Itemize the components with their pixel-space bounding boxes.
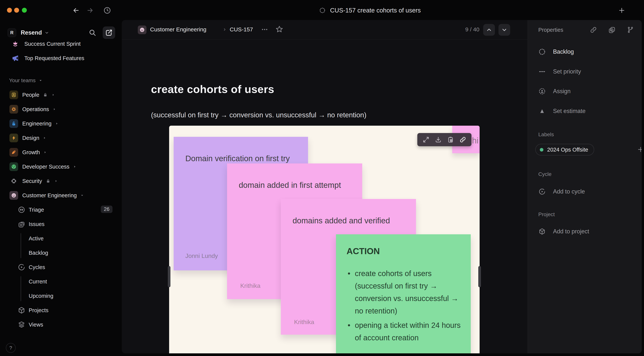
sidebar-item-cycles[interactable]: Cycles [0, 260, 121, 274]
team-label: Security [22, 178, 42, 184]
back-button[interactable] [72, 6, 80, 15]
download-icon[interactable] [435, 136, 442, 143]
window-title-text: CUS-157 create cohorts of users [330, 7, 421, 14]
breadcrumb-issue-id[interactable]: CUS-157 [230, 26, 253, 33]
close-window-button[interactable] [7, 8, 12, 13]
lock-icon [43, 92, 48, 97]
sticky-note-author: Krithika [294, 319, 314, 325]
action-bullet: create cohorts of users (successful on f… [346, 267, 461, 317]
properties-panel: Properties Backlog [528, 20, 642, 353]
team-smiley-icon [138, 26, 146, 34]
cube-icon [18, 306, 26, 314]
caret-right-icon [73, 165, 77, 168]
add-label-plus-icon[interactable] [637, 146, 642, 153]
new-tab-plus-button[interactable] [617, 6, 627, 15]
properties-header: Properties [538, 27, 563, 33]
forward-button[interactable] [86, 6, 94, 15]
caret-down-icon [39, 79, 42, 82]
sidebar-item-backlog[interactable]: Backlog [0, 246, 121, 260]
sidebar-item-active[interactable]: Active [0, 231, 121, 246]
priority-value: Set priority [553, 68, 581, 75]
people-badge-icon [10, 91, 18, 99]
workspace-logo: R [8, 28, 16, 37]
sidebar-item-top-requested-features[interactable]: Top Requested Features [0, 51, 121, 65]
status-row[interactable]: Backlog [538, 47, 574, 56]
sidebar-item-success-current-sprint[interactable]: Success Current Sprint [0, 37, 121, 51]
triage-icon [18, 206, 26, 214]
sidebar-team-people[interactable]: People [0, 88, 121, 102]
whiteboard-image[interactable]: Domain verification on first try Jonni L… [169, 126, 480, 353]
sidebar-item-triage[interactable]: Triage 26 [0, 203, 121, 217]
issue-position-counter: 9 / 40 [460, 26, 480, 33]
team-label: People [22, 92, 39, 98]
sticky-note-text: domain added in first attempt [227, 163, 362, 192]
sidebar-item-issues[interactable]: Issues [0, 217, 121, 231]
issue-subtitle[interactable]: (successful on first try → conversion vs… [151, 111, 366, 119]
assign-person-icon [538, 87, 546, 95]
help-button[interactable]: ? [6, 343, 16, 353]
sidebar-team-design[interactable]: Design [0, 131, 121, 145]
sidebar-team-engineering[interactable]: Engineering [0, 116, 121, 131]
image-toolbar [417, 133, 472, 146]
minimize-window-button[interactable] [14, 8, 19, 13]
cycle-play-icon [538, 188, 546, 195]
caret-right-icon [43, 150, 47, 154]
sticky-note-author: Jonni Lundy [185, 252, 218, 259]
sidebar-team-customer-engineering[interactable]: Customer Engineering [0, 188, 121, 203]
image-resize-handle-left[interactable] [168, 266, 170, 287]
sidebar-item-label: Triage [29, 207, 44, 213]
sidebar-team-developer-success[interactable]: Developer Success [0, 159, 121, 174]
issues-icon [18, 220, 26, 228]
search-button[interactable] [87, 27, 98, 38]
assignee-row[interactable]: Assign [538, 87, 570, 96]
sidebar-item-label: Issues [29, 221, 44, 227]
sidebar-item-projects[interactable]: Projects [0, 303, 121, 317]
next-issue-button[interactable] [498, 24, 510, 36]
sidebar-item-views[interactable]: Views [0, 317, 121, 332]
issue-header: Customer Engineering › CUS-157 9 / 40 [122, 20, 528, 40]
lightning-bolt-icon [10, 134, 18, 142]
add-to-project-label: Add to project [553, 228, 589, 235]
sticky-note-text: Domain verification on first try [174, 137, 308, 165]
sticky-note-author: Krithika [240, 282, 260, 289]
team-label: Developer Success [22, 164, 70, 170]
estimate-row[interactable]: Set estimate [538, 107, 586, 115]
cycle-header: Cycle [538, 171, 552, 177]
issue-title[interactable]: create cohorts of users [151, 83, 274, 95]
sidebar-team-security[interactable]: Security [0, 174, 121, 188]
breadcrumb-separator: › [224, 26, 226, 32]
add-to-project-row[interactable]: Add to project [538, 227, 589, 236]
image-resize-handle-right[interactable] [478, 266, 481, 287]
copy-image-icon[interactable] [447, 136, 454, 143]
team-label: Customer Engineering [22, 192, 77, 199]
priority-row[interactable]: Set priority [538, 67, 581, 76]
sidebar-item-upcoming[interactable]: Upcoming [0, 289, 121, 303]
add-to-cycle-label: Add to cycle [553, 188, 585, 195]
project-header: Project [538, 212, 555, 218]
sidebar-item-current[interactable]: Current [0, 274, 121, 289]
assignee-value: Assign [553, 88, 570, 95]
previous-issue-button[interactable] [483, 24, 495, 36]
search-icon [88, 29, 97, 37]
copy-id-icon[interactable] [608, 26, 616, 34]
breadcrumb-team[interactable]: Customer Engineering [150, 26, 206, 33]
label-pill[interactable]: 2024 Ops Offsite [535, 144, 594, 155]
favorite-star-icon[interactable] [275, 25, 284, 34]
team-label: Growth [22, 149, 40, 155]
your-teams-header[interactable]: Your teams [0, 73, 121, 88]
action-bullet: opening a ticket within 24 hours of acco… [346, 319, 461, 344]
sidebar-team-growth[interactable]: Growth [0, 145, 121, 159]
more-options-icon[interactable] [260, 25, 269, 34]
team-label: Design [22, 135, 39, 141]
sidebar-team-operations[interactable]: Operations [0, 102, 121, 116]
expand-icon[interactable] [422, 136, 430, 143]
copy-link-icon[interactable] [590, 26, 597, 34]
sidebar-item-label: Views [29, 322, 43, 328]
add-to-cycle-row[interactable]: Add to cycle [538, 187, 585, 196]
git-branch-icon[interactable] [627, 26, 634, 34]
zoom-window-button[interactable] [22, 8, 27, 13]
issue-content: create cohorts of users (successful on f… [122, 40, 528, 353]
copy-link-icon[interactable] [459, 136, 466, 143]
history-clock-icon[interactable] [103, 6, 112, 15]
triage-count-badge: 26 [101, 206, 112, 213]
